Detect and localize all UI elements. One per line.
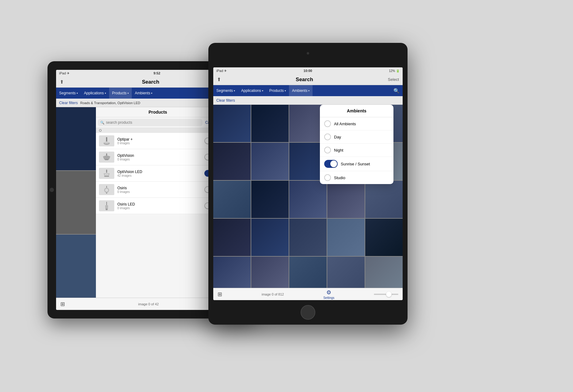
svg-rect-4 (104, 176, 109, 177)
product-name-osiris: Osiris (117, 186, 201, 190)
ambients-option-all[interactable]: All Ambients (320, 117, 393, 130)
ambients-option-sunrise[interactable]: Sunrise / Sunset (320, 157, 393, 171)
content-large: Ambients All Ambients Day Night Sunrise … (213, 105, 403, 288)
photo-cell-11[interactable] (213, 181, 251, 218)
nav-bar-large: Segments ▾ Applications ▾ Products ▾ Amb… (213, 85, 403, 96)
home-button-large[interactable] (301, 305, 315, 320)
product-name-optivision-led: OptiVision LED (117, 170, 201, 174)
svg-rect-11 (106, 202, 107, 205)
page-title-small: Search (142, 79, 159, 85)
large-ipad-screen: iPad ✈ 10:00 12% 🔋 ⬆ Search Select Segme… (213, 67, 403, 300)
photo-cell-7[interactable] (251, 143, 289, 180)
photo-cell-17[interactable] (251, 219, 289, 256)
settings-large[interactable]: ⚙ Settings (323, 289, 334, 300)
lamp-osiris-icon (101, 185, 113, 194)
home-button-small[interactable] (50, 188, 54, 192)
photo-cell-14[interactable] (327, 181, 365, 218)
photo-cell-20[interactable] (365, 219, 403, 256)
photo-cell-23[interactable] (289, 257, 327, 288)
product-item-optivision: OptiVision 0 images (96, 149, 220, 165)
ambients-option-studio[interactable]: Studio (320, 171, 393, 184)
toggle-sunrise[interactable] (324, 160, 338, 168)
chevron-products-large: ▾ (285, 89, 286, 92)
product-thumb-optipar (99, 135, 114, 146)
photo-cell-13[interactable] (289, 181, 327, 218)
product-count-optipar: 0 images (117, 141, 201, 145)
letter-o-heading: O (96, 128, 220, 133)
product-thumb-optivision-led (99, 168, 114, 179)
ambients-option-day[interactable]: Day (320, 130, 393, 144)
gear-icon-large: ⚙ (326, 289, 331, 296)
chevron-ambients-small: ▾ (151, 92, 152, 95)
lamp-optivision-led-icon (101, 169, 113, 178)
product-info-optivision: OptiVision 0 images (117, 153, 201, 161)
slider-thumb[interactable] (386, 292, 392, 297)
clear-filters-small[interactable]: Clear filters (59, 101, 78, 105)
nav-ambients-small[interactable]: Ambients ▾ (132, 88, 155, 99)
option-label-night: Night (334, 148, 343, 153)
zoom-slider[interactable] (374, 294, 398, 295)
status-left-large: iPad ✈ (216, 69, 227, 73)
status-right-large: 12% 🔋 (389, 69, 400, 73)
chevron-ambients-large: ▾ (308, 89, 309, 92)
product-item-optipar: Optipar + 0 images (96, 133, 220, 149)
active-filter-small: Roads & Transportation, OptiVision LED (80, 101, 140, 105)
ipad-large: iPad ✈ 10:00 12% 🔋 ⬆ Search Select Segme… (208, 43, 408, 325)
photo-cell-19[interactable] (327, 219, 365, 256)
photo-cell-6[interactable] (213, 143, 251, 180)
product-thumb-optivision (99, 152, 114, 163)
nav-applications-large[interactable]: Applications ▾ (238, 85, 266, 96)
ambients-option-night[interactable]: Night (320, 144, 393, 157)
slider-track (374, 294, 398, 295)
option-label-studio: Studio (334, 175, 345, 180)
image-count-large: image 0 of 812 (262, 292, 284, 296)
photo-cell-18[interactable] (289, 219, 327, 256)
photo-cell-24[interactable] (327, 257, 365, 288)
product-info-osiris-led: Osiris LED 0 images (117, 202, 201, 210)
battery-large: 12% 🔋 (389, 69, 400, 73)
product-item-optivision-led: OptiVision LED 42 images (96, 165, 220, 182)
photo-cell-1[interactable] (213, 105, 251, 142)
product-thumb-osiris-led (99, 200, 114, 211)
photo-cell-22[interactable] (251, 257, 289, 288)
search-products-input[interactable] (106, 120, 200, 125)
product-count-optivision-led: 42 images (117, 174, 201, 177)
photo-cell-25[interactable] (365, 257, 403, 288)
select-button[interactable]: Select (388, 77, 399, 82)
ambients-dropdown: Ambients All Ambients Day Night Sunrise … (320, 105, 393, 184)
nav-segments-small[interactable]: Segments ▾ (56, 88, 81, 99)
search-button-large[interactable]: 🔍 (390, 85, 403, 96)
lamp-optivision-icon (101, 153, 113, 161)
chevron-applications-large: ▾ (262, 89, 263, 92)
title-bar-large: ⬆ Search Select (213, 74, 403, 85)
photo-cell-2[interactable] (251, 105, 289, 142)
chevron-segments-small: ▾ (77, 92, 78, 95)
nav-products-small[interactable]: Products ▾ (109, 88, 132, 99)
product-name-osiris-led: Osiris LED (117, 202, 201, 206)
nav-products-large[interactable]: Products ▾ (266, 85, 289, 96)
clear-filters-large[interactable]: Clear filters (216, 98, 235, 103)
share-icon-large[interactable]: ⬆ (217, 77, 221, 82)
radio-studio (324, 174, 331, 181)
lamp-optipar-icon (101, 137, 113, 145)
photo-cell-21[interactable] (213, 257, 251, 288)
grid-icon-large[interactable]: ⊞ (218, 291, 222, 298)
share-icon-small[interactable]: ⬆ (60, 79, 64, 85)
radio-night (324, 147, 331, 153)
status-bar-large: iPad ✈ 10:00 12% 🔋 (213, 67, 403, 74)
lamp-osiris-led-icon (101, 202, 113, 210)
photo-cell-15[interactable] (365, 181, 403, 218)
grid-icon-small[interactable]: ⊞ (60, 301, 65, 307)
chevron-applications-small: ▾ (105, 92, 106, 95)
option-label-sunrise: Sunrise / Sunset (341, 162, 370, 166)
nav-applications-small[interactable]: Applications ▾ (81, 88, 109, 99)
photo-cell-16[interactable] (213, 219, 251, 256)
nav-segments-large[interactable]: Segments ▾ (213, 85, 238, 96)
settings-label-large: Settings (323, 296, 334, 300)
image-count-small: image 0 of 42 (138, 302, 159, 306)
product-info-optivision-led: OptiVision LED 42 images (117, 170, 201, 177)
nav-ambients-large[interactable]: Ambients ▾ (289, 85, 313, 96)
product-item-osiris-led: Osiris LED 0 images (96, 198, 220, 214)
photo-cell-12[interactable] (251, 181, 289, 218)
status-time-large: 10:00 (304, 69, 312, 73)
